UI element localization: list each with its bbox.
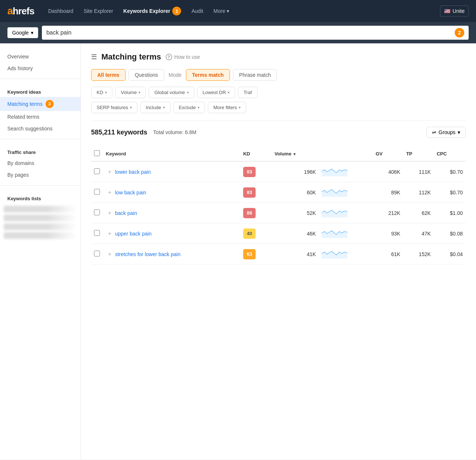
col-header-keyword: Keyword (103, 147, 240, 161)
table-cell-gv: 61K (373, 244, 403, 265)
add-keyword-button[interactable]: + (106, 188, 113, 196)
table-body: + lower back pain83196K406K111K$0.70+ lo… (91, 161, 466, 265)
table-cell-volume: 41K (271, 244, 319, 265)
filter-serp-features[interactable]: SERP features ▾ (91, 102, 137, 113)
keyword-link[interactable]: stretches for lower back pain (115, 251, 180, 257)
chevron-down-icon: ▾ (227, 8, 229, 14)
row-checkbox[interactable] (94, 251, 100, 256)
nav-badge-1: 1 (172, 7, 181, 15)
sidebar-item-overview[interactable]: Overview (0, 51, 80, 62)
sort-arrow-icon: ▼ (293, 152, 296, 156)
sidebar: Overview Ads history Keyword ideas Match… (0, 43, 81, 459)
sidebar-section-traffic-share: Traffic share (0, 144, 80, 157)
chevron-down-icon: ▾ (31, 30, 33, 36)
search-input-wrap: 2 (42, 26, 469, 40)
add-keyword-button[interactable]: + (106, 168, 113, 176)
row-checkbox[interactable] (94, 209, 100, 215)
table-cell-tp: 112K (403, 182, 434, 203)
chevron-down-icon: ▾ (130, 105, 132, 109)
add-keyword-button[interactable]: + (106, 230, 113, 237)
table-row: + lower back pain83196K406K111K$0.70 (91, 161, 466, 182)
table-cell-kd: 63 (240, 244, 271, 265)
mode-label: Mode (167, 72, 183, 78)
how-to-use-button[interactable]: ? How to use (166, 54, 200, 60)
col-header-cpc: CPC (434, 147, 466, 161)
table-cell-gv: 212K (373, 203, 403, 223)
sidebar-item-matching-terms[interactable]: Matching terms 3 (0, 97, 80, 111)
table-cell-gv: 89K (373, 182, 403, 203)
filter-include[interactable]: Include ▾ (140, 102, 170, 113)
groups-button[interactable]: ⇌ Groups ▾ (426, 127, 466, 138)
keywords-count: 585,211 keywords (91, 129, 147, 136)
main-content: ☰ Matching terms ? How to use All terms … (81, 43, 476, 459)
engine-selector[interactable]: Google ▾ (7, 27, 38, 38)
nav-audit[interactable]: Audit (186, 0, 208, 22)
sidebar-item-by-domains[interactable]: By domains (0, 157, 80, 169)
tab-terms-match[interactable]: Terms match (186, 69, 230, 81)
keyword-link[interactable]: upper back pain (115, 231, 152, 237)
sidebar-item-search-suggestions[interactable]: Search suggestions (0, 123, 80, 134)
table-cell-volume: 52K (271, 203, 319, 223)
page-title: Matching terms (101, 52, 161, 62)
filter-row-2: SERP features ▾ Include ▾ Exclude ▾ More… (91, 102, 466, 113)
sidebar-blurred-2 (4, 215, 77, 221)
chevron-down-icon: ▾ (198, 105, 199, 109)
keyword-link[interactable]: lower back pain (115, 169, 151, 175)
stats-row: 585,211 keywords Total volume: 6.8M ⇌ Gr… (91, 121, 466, 141)
nav-site-explorer[interactable]: Site Explorer (79, 0, 118, 22)
col-header-volume[interactable]: Volume ▼ (271, 147, 319, 161)
sidebar-item-related-terms[interactable]: Related terms (0, 111, 80, 123)
sidebar-item-ads-history[interactable]: Ads history (0, 62, 80, 74)
table-cell-keyword: + back pain (103, 203, 240, 223)
table-cell-volume: 46K (271, 223, 319, 244)
filter-traffic[interactable]: Traf (238, 87, 257, 98)
filter-more-filters[interactable]: More filters ▾ (208, 102, 246, 113)
add-keyword-button[interactable]: + (106, 209, 113, 217)
table-cell-tp: 62K (403, 203, 434, 223)
filter-lowest-dr[interactable]: Lowest DR ▾ (197, 87, 235, 98)
table-cell-keyword: + lower back pain (103, 161, 240, 182)
nav-keywords-explorer[interactable]: Keywords Explorer 1 (118, 0, 187, 22)
table-cell-kd: 83 (240, 161, 271, 182)
chevron-down-icon: ▾ (105, 90, 107, 94)
table-row: + low back pain8360K89K112K$0.70 (91, 182, 466, 203)
table-cell-tp: 111K (403, 161, 434, 182)
filter-exclude[interactable]: Exclude ▾ (173, 102, 205, 113)
filter-tabs: All terms Questions Mode Terms match Phr… (91, 69, 466, 81)
flag-icon: 🇺🇸 (444, 8, 450, 14)
filter-global-volume[interactable]: Global volume ▾ (149, 87, 194, 98)
search-badge-2: 2 (455, 28, 464, 37)
tab-phrase-match[interactable]: Phrase match (233, 69, 277, 81)
keyword-link[interactable]: low back pain (115, 190, 146, 195)
main-layout: Overview Ads history Keyword ideas Match… (0, 43, 476, 459)
tab-questions[interactable]: Questions (129, 69, 164, 81)
sidebar-badge-3: 3 (46, 100, 54, 108)
search-input[interactable] (46, 29, 452, 36)
nav-dashboard[interactable]: Dashboard (43, 0, 79, 22)
add-keyword-button[interactable]: + (106, 250, 113, 258)
chevron-down-icon: ▾ (163, 105, 165, 109)
table-cell-keyword: + upper back pain (103, 223, 240, 244)
row-checkbox[interactable] (94, 189, 100, 195)
nav-more[interactable]: More ▾ (208, 0, 234, 22)
col-header-sparkline (319, 147, 373, 161)
table-cell-kd: 88 (240, 203, 271, 223)
logo[interactable]: ahrefs (7, 5, 34, 17)
filter-volume[interactable]: Volume ▾ (115, 87, 146, 98)
filter-kd[interactable]: KD ▾ (91, 87, 112, 98)
sidebar-divider (0, 79, 80, 79)
table-cell-volume: 60K (271, 182, 319, 203)
chevron-down-icon: ▾ (239, 105, 241, 109)
select-all-checkbox[interactable] (94, 150, 100, 156)
row-checkbox[interactable] (94, 230, 100, 236)
tab-all-terms[interactable]: All terms (91, 69, 126, 81)
groups-icon: ⇌ (432, 129, 436, 135)
table-cell-tp: 152K (403, 244, 434, 265)
country-selector[interactable]: 🇺🇸 Unite (440, 6, 469, 17)
col-header-tp: TP (403, 147, 434, 161)
sidebar-item-by-pages[interactable]: By pages (0, 169, 80, 181)
chevron-down-icon: ▾ (187, 90, 189, 94)
keyword-link[interactable]: back pain (115, 210, 137, 216)
row-checkbox[interactable] (94, 168, 100, 174)
hamburger-icon[interactable]: ☰ (91, 53, 97, 61)
